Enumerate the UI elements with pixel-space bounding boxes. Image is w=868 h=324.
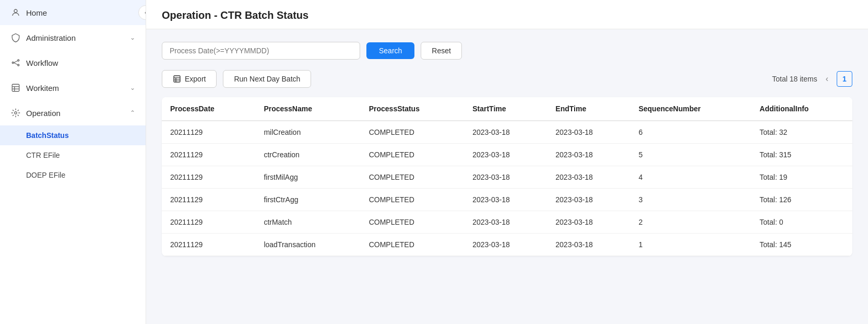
operation-icon [10, 108, 21, 118]
cell-sequencenumber: 5 [630, 144, 751, 166]
table-row: 20211129ctrMatchCOMPLETED2023-03-182023-… [162, 211, 852, 234]
chevron-up-icon: ⌃ [130, 109, 135, 117]
cell-processname: ctrCreation [255, 144, 360, 166]
svg-point-10 [15, 112, 17, 114]
col-end-time: EndTime [547, 97, 630, 121]
sidebar: Home ‹ Administration ⌄ Workflow Workite… [0, 0, 146, 324]
sidebar-item-administration[interactable]: Administration ⌄ [0, 25, 146, 50]
reset-button[interactable]: Reset [421, 42, 462, 60]
cell-processname: firstCtrAgg [255, 189, 360, 211]
table-row: 20211129loadTransactionCOMPLETED2023-03-… [162, 234, 852, 256]
page-header: Operation - CTR Batch Status [146, 0, 868, 29]
sidebar-item-operation-label: Operation [26, 109, 61, 118]
sidebar-sub-item-batch-status-label: BatchStatus [26, 131, 69, 140]
sidebar-item-workflow-label: Workflow [26, 59, 58, 67]
sidebar-item-operation[interactable]: Operation ⌃ [0, 100, 146, 125]
cell-processdate: 20211129 [162, 166, 255, 189]
cell-sequencenumber: 3 [630, 189, 751, 211]
table-row: 20211129firstCtrAggCOMPLETED2023-03-1820… [162, 189, 852, 211]
cell-additionalinfo: Total: 145 [751, 234, 852, 256]
sidebar-item-doep-efile[interactable]: DOEP EFile [0, 165, 146, 185]
svg-point-1 [12, 62, 14, 64]
cell-endtime: 2023-03-18 [547, 166, 630, 189]
main-content: Operation - CTR Batch Status Search Rese… [146, 0, 868, 324]
cell-processdate: 20211129 [162, 189, 255, 211]
col-process-date: ProcessDate [162, 97, 255, 121]
sidebar-item-workitem[interactable]: Workitem ⌄ [0, 75, 146, 100]
admin-icon [10, 32, 21, 43]
cell-starttime: 2023-03-18 [464, 144, 547, 166]
cell-starttime: 2023-03-18 [464, 211, 547, 234]
svg-point-2 [18, 60, 19, 61]
sidebar-collapse-button[interactable]: ‹ [138, 5, 146, 20]
search-input[interactable] [162, 42, 360, 60]
svg-line-4 [14, 61, 18, 63]
export-button[interactable]: Export [162, 70, 217, 88]
page-title: Operation - CTR Batch Status [162, 9, 852, 21]
cell-additionalinfo: Total: 0 [751, 211, 852, 234]
cell-processstatus: COMPLETED [361, 189, 465, 211]
chevron-down-icon: ⌄ [130, 34, 135, 41]
total-items-label: Total 18 items [772, 75, 817, 83]
cell-starttime: 2023-03-18 [464, 189, 547, 211]
cell-processstatus: COMPLETED [361, 211, 465, 234]
cell-sequencenumber: 2 [630, 211, 751, 234]
home-icon [10, 7, 21, 18]
cell-processdate: 20211129 [162, 121, 255, 144]
table-header: ProcessDate ProcessName ProcessStatus St… [162, 97, 852, 121]
table-row: 20211129milCreationCOMPLETED2023-03-1820… [162, 121, 852, 144]
sidebar-item-administration-label: Administration [26, 33, 76, 42]
sidebar-sub-item-ctr-efile-label: CTR EFile [26, 151, 60, 159]
cell-starttime: 2023-03-18 [464, 234, 547, 256]
pagination-prev-button[interactable]: ‹ [823, 73, 831, 85]
cell-sequencenumber: 1 [630, 234, 751, 256]
pagination-info: Total 18 items ‹ 1 [772, 71, 852, 87]
svg-line-5 [14, 63, 18, 65]
sidebar-item-home-label: Home [26, 8, 47, 17]
cell-processstatus: COMPLETED [361, 166, 465, 189]
search-row: Search Reset [162, 42, 852, 60]
table-row: 20211129firstMilAggCOMPLETED2023-03-1820… [162, 166, 852, 189]
search-button[interactable]: Search [366, 42, 414, 59]
cell-additionalinfo: Total: 19 [751, 166, 852, 189]
cell-additionalinfo: Total: 126 [751, 189, 852, 211]
cell-processstatus: COMPLETED [361, 144, 465, 166]
cell-additionalinfo: Total: 32 [751, 121, 852, 144]
cell-endtime: 2023-03-18 [547, 144, 630, 166]
sidebar-item-workflow[interactable]: Workflow [0, 50, 146, 75]
main-body: Search Reset Export Run Next Day Batch T… [146, 29, 868, 324]
cell-sequencenumber: 6 [630, 121, 751, 144]
cell-processname: firstMilAgg [255, 166, 360, 189]
cell-processdate: 20211129 [162, 211, 255, 234]
cell-processname: milCreation [255, 121, 360, 144]
cell-processdate: 20211129 [162, 144, 255, 166]
col-sequence-number: SequenceNumber [630, 97, 751, 121]
cell-endtime: 2023-03-18 [547, 121, 630, 144]
col-additional-info: AdditionalInfo [751, 97, 852, 121]
table-body: 20211129milCreationCOMPLETED2023-03-1820… [162, 121, 852, 256]
svg-point-0 [14, 9, 17, 13]
cell-endtime: 2023-03-18 [547, 189, 630, 211]
sidebar-item-ctr-efile[interactable]: CTR EFile [0, 145, 146, 165]
col-process-status: ProcessStatus [361, 97, 465, 121]
sidebar-item-home[interactable]: Home ‹ [0, 0, 146, 25]
svg-rect-11 [174, 76, 180, 82]
cell-additionalinfo: Total: 315 [751, 144, 852, 166]
chevron-down-icon: ⌄ [130, 84, 135, 91]
svg-point-3 [18, 64, 19, 66]
export-button-label: Export [185, 75, 206, 83]
cell-processdate: 20211129 [162, 234, 255, 256]
cell-starttime: 2023-03-18 [464, 166, 547, 189]
svg-rect-6 [12, 84, 19, 91]
workitem-icon [10, 83, 21, 93]
sidebar-item-batch-status[interactable]: BatchStatus [0, 125, 146, 145]
run-next-batch-button[interactable]: Run Next Day Batch [223, 70, 311, 88]
data-table: ProcessDate ProcessName ProcessStatus St… [162, 97, 852, 256]
export-icon [173, 75, 181, 83]
action-row: Export Run Next Day Batch Total 18 items… [162, 70, 852, 88]
col-start-time: StartTime [464, 97, 547, 121]
sidebar-item-workitem-label: Workitem [26, 84, 59, 92]
pagination-current-page[interactable]: 1 [837, 71, 852, 87]
table-row: 20211129ctrCreationCOMPLETED2023-03-1820… [162, 144, 852, 166]
cell-endtime: 2023-03-18 [547, 234, 630, 256]
